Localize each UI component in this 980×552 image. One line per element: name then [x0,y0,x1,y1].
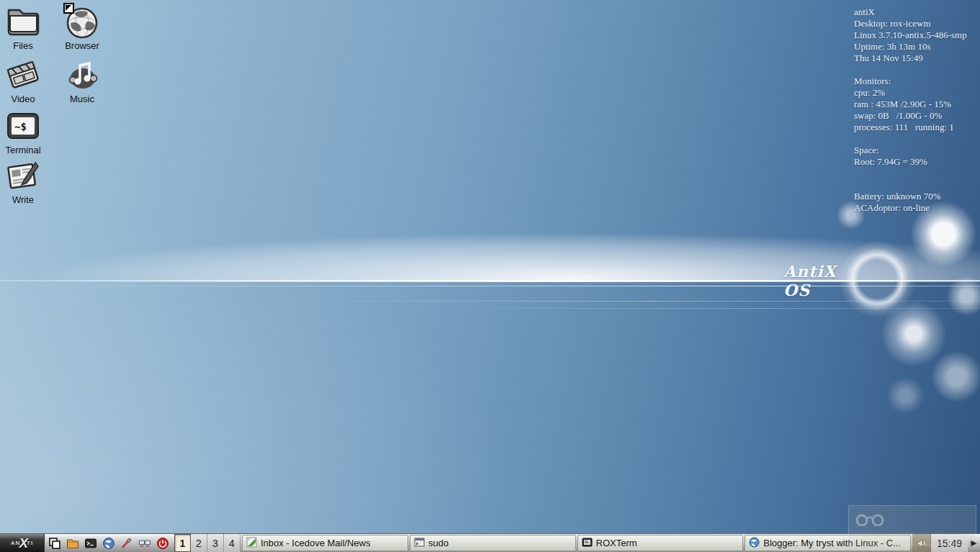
desktop-icon-label: Write [12,194,34,205]
workspace-button-4[interactable]: 4 [224,534,240,552]
workspace-switcher: 1 2 3 4 [174,534,240,552]
sysmon-line: Space: [854,145,978,156]
workspace-button-3[interactable]: 3 [207,534,224,552]
sysmon-monitors: Monitors: cpu: 2% ram : 453M /2.90G - 15… [854,76,978,133]
sysmon-line: cpu: 2% [854,87,978,99]
taskbar-collapse-arrow-icon[interactable]: ▶ [968,534,980,552]
sysmon-line: processes: 111 running: 1 [854,122,978,133]
web-browser-icon[interactable] [102,536,116,551]
menu-logo-text: TI [27,540,33,546]
system-tray: 15:49 ▶ [912,534,980,552]
system-monitor: antiX Desktop: rox-icewm Linux 3.7.10-an… [854,6,978,225]
task-button-blogger[interactable]: Blogger: My tryst with Linux - C... [745,535,911,551]
wallpaper-brand-text: AntiX OS [783,262,863,299]
globe-browser-icon [59,4,105,39]
music-note-icon [59,58,105,92]
task-button-sudo[interactable]: sudo [410,535,576,551]
wallpaper-streak-line [255,301,980,302]
sysmon-line: Uptime: 3h 13m 10s [854,41,978,53]
task-label: ROXTerm [596,538,637,548]
task-button-icedove[interactable]: Inbox - Icedove Mail/News [242,535,408,551]
taskbar-clock[interactable]: 15:49 [930,534,968,552]
logout-icon[interactable] [156,536,170,551]
task-label: Blogger: My tryst with Linux - C... [763,538,901,548]
sysmon-line: ram : 453M /2.90G - 15% [854,99,978,110]
browser-globe-icon [749,537,760,550]
network-devices-icon[interactable] [138,536,152,551]
icedove-icon [246,537,257,550]
task-button-roxterm[interactable]: ROXTerm [577,535,744,551]
sysmon-line: Root: 7.94G = 39% [854,156,978,168]
desktop-icon-label: Music [70,94,94,104]
sysmon-power: Battery: unknown 70% ACAdoptor: on-line [854,191,978,214]
sysmon-line: ACAdoptor: on-line [854,202,978,214]
sysmon-line: Linux 3.7.10-antix.5-486-smp [854,30,978,41]
sysmon-line: Desktop: rox-icewm [854,18,978,30]
task-label: Inbox - Icedove Mail/News [261,538,370,548]
sysmon-space: Space: Root: 7.94G = 39% [854,145,978,168]
sysmon-line: Battery: unknown 70% [854,191,978,202]
workspace-button-1[interactable]: 1 [174,534,191,552]
desktop-icon-label: Terminal [5,145,40,155]
roxterm-icon [582,537,593,550]
write-pen-icon [0,160,46,193]
desktop-icon-label: Files [13,40,32,51]
desktop-icon-label: Browser [65,40,99,51]
desktop-icon-browser[interactable]: Browser [59,4,105,52]
console-window-icon [414,537,425,550]
folder-icon [0,4,46,39]
tools-icon[interactable] [120,536,134,551]
start-menu-button[interactable]: AN X TI [0,534,45,552]
desktop-icon-terminal[interactable]: ~$ Terminal [0,112,46,156]
link-badge-icon [63,3,74,14]
volume-icon[interactable] [912,534,930,552]
wallpaper-streak-line [412,308,980,309]
desktop-icon-music[interactable]: Music [59,58,105,105]
workspace-button-2[interactable]: 2 [191,534,207,552]
task-label: sudo [428,538,449,548]
svg-text:~$: ~$ [14,121,27,132]
task-list: Inbox - Icedove Mail/News sudo ROXTerm [242,535,911,551]
file-manager-icon[interactable] [66,536,80,551]
sysmon-line: swap: 0B /1.00G - 0% [854,110,978,122]
terminal-screen-icon: ~$ [0,112,46,143]
terminal-icon[interactable] [84,536,98,551]
sysmon-line: Thu 14 Nov 15:49 [854,53,978,64]
desktop-icon-label: Video [11,94,35,104]
quick-launch-tray [45,534,173,552]
glasses-icon [855,513,886,526]
sysmon-header: antiX Desktop: rox-icewm Linux 3.7.10-an… [854,6,978,64]
window-switcher-icon[interactable] [48,536,62,551]
taskbar: AN X TI [0,533,980,552]
sysmon-line: antiX [854,6,978,18]
sysmon-line: Monitors: [854,76,978,87]
desktop-icon-video[interactable]: Video [0,58,46,105]
wallpaper-bubbles [814,191,980,429]
video-clapper-icon [0,58,46,92]
desktop-icon-write[interactable]: Write [0,160,46,206]
desktop-icon-files[interactable]: Files [0,4,46,52]
